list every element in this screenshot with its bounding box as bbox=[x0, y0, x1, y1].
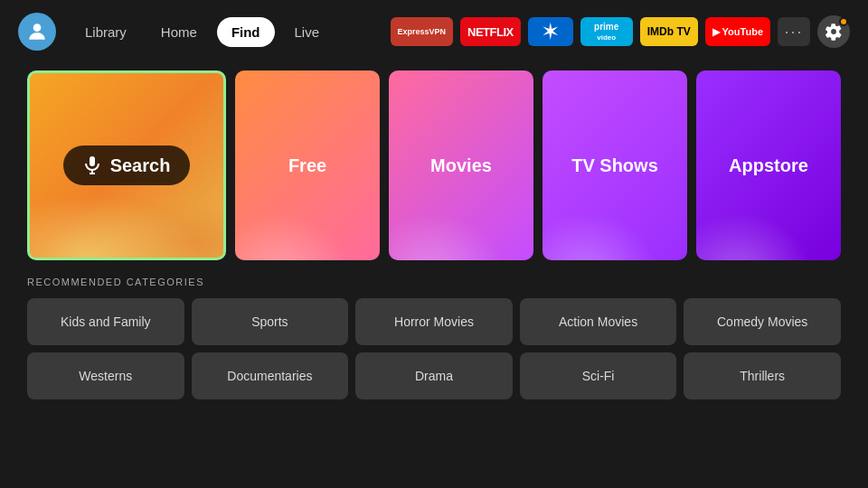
settings-button[interactable] bbox=[817, 15, 850, 48]
freewheel-icon[interactable]: ✶ bbox=[528, 17, 573, 46]
rec-horror-movies[interactable]: Horror Movies bbox=[355, 298, 513, 345]
free-tile[interactable]: Free bbox=[235, 70, 380, 260]
header: Library Home Find Live ExpressVPN NETFLI… bbox=[0, 0, 868, 63]
movies-tile[interactable]: Movies bbox=[389, 70, 533, 260]
rec-scifi[interactable]: Sci-Fi bbox=[520, 352, 677, 399]
expressvpn-icon[interactable]: ExpressVPN bbox=[391, 17, 454, 46]
tile-wave-decoration bbox=[542, 188, 687, 260]
netflix-icon[interactable]: NETFLIX bbox=[460, 17, 521, 46]
rec-sports[interactable]: Sports bbox=[192, 298, 349, 345]
youtube-icon[interactable]: ▶ YouTube bbox=[705, 17, 770, 46]
settings-notification-dot bbox=[839, 17, 848, 26]
tvshows-tile[interactable]: TV Shows bbox=[542, 70, 687, 260]
rec-drama[interactable]: Drama bbox=[355, 352, 513, 399]
movies-label: Movies bbox=[430, 155, 492, 176]
nav-bar: Library Home Find Live bbox=[71, 17, 334, 47]
free-label: Free bbox=[288, 155, 326, 176]
tile-wave-decoration bbox=[235, 188, 380, 260]
recommended-row-1: Kids and Family Sports Horror Movies Act… bbox=[27, 298, 841, 345]
microphone-icon bbox=[83, 155, 101, 176]
svg-point-0 bbox=[33, 23, 42, 32]
recommended-section: RECOMMENDED CATEGORIES Kids and Family S… bbox=[27, 277, 841, 399]
recommended-grid: Kids and Family Sports Horror Movies Act… bbox=[27, 298, 841, 399]
search-tile[interactable]: Search bbox=[27, 70, 226, 260]
section-title: RECOMMENDED CATEGORIES bbox=[27, 277, 841, 287]
rec-comedy-movies[interactable]: Comedy Movies bbox=[684, 298, 841, 345]
user-avatar[interactable] bbox=[18, 13, 56, 51]
app-shortcuts: ExpressVPN NETFLIX ✶ prime video IMDb TV… bbox=[391, 15, 850, 48]
nav-find[interactable]: Find bbox=[217, 17, 275, 47]
category-tiles: Search Free Movies TV Shows Appstore bbox=[27, 70, 841, 260]
search-wave-decoration bbox=[30, 185, 223, 258]
tvshows-label: TV Shows bbox=[571, 155, 658, 176]
rec-westerns[interactable]: Westerns bbox=[27, 352, 184, 399]
nav-home[interactable]: Home bbox=[146, 17, 212, 47]
tile-wave-decoration bbox=[696, 188, 841, 260]
prime-video-icon[interactable]: prime video bbox=[580, 17, 633, 46]
more-apps-button[interactable]: ··· bbox=[778, 17, 810, 46]
appstore-tile[interactable]: Appstore bbox=[696, 70, 841, 260]
tile-wave-decoration bbox=[389, 188, 533, 260]
rec-action-movies[interactable]: Action Movies bbox=[520, 298, 677, 345]
svg-rect-1 bbox=[90, 156, 95, 166]
rec-kids-family[interactable]: Kids and Family bbox=[27, 298, 184, 345]
appstore-label: Appstore bbox=[729, 155, 808, 176]
rec-documentaries[interactable]: Documentaries bbox=[192, 352, 349, 399]
imdb-icon[interactable]: IMDb TV bbox=[640, 17, 698, 46]
nav-library[interactable]: Library bbox=[71, 17, 141, 47]
nav-live[interactable]: Live bbox=[280, 17, 335, 47]
recommended-row-2: Westerns Documentaries Drama Sci-Fi Thri… bbox=[27, 352, 841, 399]
main-content: Search Free Movies TV Shows Appstore REC… bbox=[0, 70, 868, 399]
rec-thrillers[interactable]: Thrillers bbox=[684, 352, 841, 399]
search-label: Search bbox=[110, 155, 171, 176]
search-button[interactable]: Search bbox=[63, 145, 191, 185]
